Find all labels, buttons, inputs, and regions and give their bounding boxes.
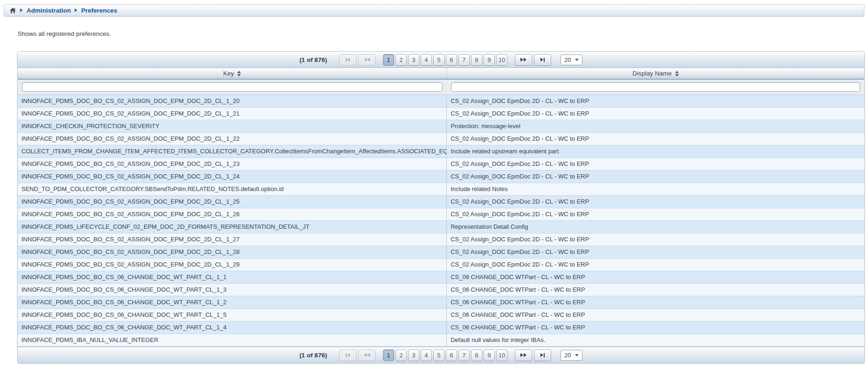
page-button-1[interactable]: 1 <box>383 54 394 66</box>
page-button-10[interactable]: 10 <box>496 349 507 361</box>
page-button-8[interactable]: 8 <box>471 349 482 361</box>
key-cell: INNOFACE_PDMS_DOC_BO_CS_06_CHANGE_DOC_WT… <box>18 309 447 321</box>
table-row[interactable]: INNOFACE_CHECKIN_PROTECTION_SEVERITYProt… <box>18 120 864 133</box>
current-page-report: (1 of 876) <box>300 352 327 359</box>
table-row[interactable]: INNOFACE_PDMS_DOC_BO_CS_02_ASSIGN_DOC_EP… <box>18 158 864 171</box>
next-page-button[interactable] <box>515 349 532 361</box>
seek-end-icon <box>540 353 545 357</box>
seek-prev-icon <box>364 58 370 62</box>
display-name-cell: CS_02 Assign_DOC EpmDoc 2D - CL - WC to … <box>447 259 864 271</box>
page-button-9[interactable]: 9 <box>484 349 495 361</box>
page-button-2[interactable]: 2 <box>396 349 407 361</box>
page-buttons: 12345678910 <box>383 54 507 66</box>
sort-icon[interactable] <box>675 71 679 76</box>
current-page-report: (1 of 876) <box>300 56 327 63</box>
column-header-display-name-label: Display Name <box>633 70 672 77</box>
table-row[interactable]: INNOFACE_PDMS_DOC_BO_CS_06_CHANGE_DOC_WT… <box>18 284 864 296</box>
page-button-5[interactable]: 5 <box>433 349 444 361</box>
sort-icon[interactable] <box>237 71 241 76</box>
next-page-button[interactable] <box>515 54 532 66</box>
display-name-filter-input[interactable] <box>451 82 860 92</box>
table-row[interactable]: SEND_TO_PDM_COLLECTOR_CATEGORY.SBSendToP… <box>18 183 864 196</box>
table-row[interactable]: INNOFACE_PDMS_DOC_BO_CS_06_CHANGE_DOC_WT… <box>18 296 864 309</box>
seek-next-icon <box>520 353 526 357</box>
key-cell: INNOFACE_PDMS_DOC_BO_CS_06_CHANGE_DOC_WT… <box>18 296 447 308</box>
key-cell: INNOFACE_PDMS_DOC_BO_CS_06_CHANGE_DOC_WT… <box>18 284 447 296</box>
rows-per-page-select[interactable]: 20 <box>560 55 582 65</box>
key-cell: INNOFACE_PDMS_DOC_BO_CS_02_ASSIGN_DOC_EP… <box>18 158 447 170</box>
key-cell: INNOFACE_PDMS_DOC_BO_CS_02_ASSIGN_DOC_EP… <box>18 133 447 145</box>
page-buttons: 12345678910 <box>383 349 507 361</box>
display-name-cell: CS_02 Assign_DOC EpmDoc 2D - CL - WC to … <box>447 95 864 107</box>
column-header-key[interactable]: Key <box>18 68 447 79</box>
page-button-8[interactable]: 8 <box>471 54 482 66</box>
page-button-3[interactable]: 3 <box>408 349 419 361</box>
preferences-table-panel: (1 of 876) 12345678910 20 <box>17 51 865 363</box>
page-button-4[interactable]: 4 <box>421 54 432 66</box>
display-name-cell: Include related upstream equivalent part <box>447 145 864 157</box>
table-row[interactable]: INNOFACE_PDMS_DOC_BO_CS_02_ASSIGN_DOC_EP… <box>18 133 864 145</box>
breadcrumb-link-preferences[interactable]: Preferences <box>81 7 117 14</box>
paginator-top: (1 of 876) 12345678910 20 <box>18 52 864 68</box>
key-filter-input[interactable] <box>22 82 443 92</box>
last-page-button[interactable] <box>534 54 551 66</box>
display-name-cell: CS_02 Assign_DOC EpmDoc 2D - CL - WC to … <box>447 108 864 120</box>
key-cell: INNOFACE_PDMS_DOC_BO_CS_02_ASSIGN_DOC_EP… <box>18 108 447 120</box>
home-icon[interactable] <box>9 7 16 14</box>
table-row[interactable]: COLLECT_ITEMS_FROM_CHANGE_ITEM_AFFECTED_… <box>18 145 864 158</box>
display-name-cell: CS_02 Assign_DOC EpmDoc 2D - CL - WC to … <box>447 196 864 208</box>
display-name-cell: CS_06 CHANGE_DOC WTPart - CL - WC to ERP <box>447 296 864 308</box>
key-cell: INNOFACE_PDMS_DOC_BO_CS_02_ASSIGN_DOC_EP… <box>18 95 447 107</box>
paginator-bottom: (1 of 876) 12345678910 20 <box>18 347 864 363</box>
table-row[interactable]: INNOFACE_PDMS_IBA_NULL_VALUE_INTEGERDefa… <box>18 334 864 347</box>
page-button-9[interactable]: 9 <box>484 54 495 66</box>
seek-end-icon <box>540 58 545 62</box>
page-button-10[interactable]: 10 <box>496 54 507 66</box>
table-row[interactable]: INNOFACE_PDMS_DOC_BO_CS_02_ASSIGN_DOC_EP… <box>18 171 864 183</box>
table-row[interactable]: INNOFACE_PDMS_DOC_BO_CS_02_ASSIGN_DOC_EP… <box>18 246 864 259</box>
display-name-cell: CS_02 Assign_DOC EpmDoc 2D - CL - WC to … <box>447 133 864 145</box>
key-cell: INNOFACE_PDMS_DOC_BO_CS_02_ASSIGN_DOC_EP… <box>18 208 447 220</box>
table-row[interactable]: INNOFACE_PDMS_DOC_BO_CS_02_ASSIGN_DOC_EP… <box>18 95 864 108</box>
page-button-1[interactable]: 1 <box>383 349 394 361</box>
column-header-display-name[interactable]: Display Name <box>447 68 864 79</box>
page-button-7[interactable]: 7 <box>458 54 470 66</box>
key-cell: COLLECT_ITEMS_FROM_CHANGE_ITEM_AFFECTED_… <box>18 145 447 157</box>
table-row[interactable]: INNOFACE_PDMS_DOC_BO_CS_06_CHANGE_DOC_WT… <box>18 321 864 334</box>
key-cell: INNOFACE_PDMS_DOC_BO_CS_02_ASSIGN_DOC_EP… <box>18 171 447 183</box>
first-page-button[interactable] <box>339 349 356 361</box>
rows-per-page-select[interactable]: 20 <box>560 350 582 361</box>
table-row[interactable]: INNOFACE_PDMS_LIFECYCLE_CONF_02_EPM_DOC_… <box>18 221 864 233</box>
table-row[interactable]: INNOFACE_PDMS_DOC_BO_CS_06_CHANGE_DOC_WT… <box>18 271 864 284</box>
page-button-3[interactable]: 3 <box>408 54 419 66</box>
breadcrumb-separator-icon <box>75 8 77 12</box>
page-description: Shows all registered preferences. <box>18 30 868 37</box>
last-page-button[interactable] <box>534 349 551 361</box>
breadcrumb-link-administration[interactable]: Administration <box>27 7 71 14</box>
previous-page-button[interactable] <box>358 54 376 66</box>
key-cell: INNOFACE_PDMS_DOC_BO_CS_06_CHANGE_DOC_WT… <box>18 321 447 334</box>
display-name-cell: Include related Notes <box>447 183 864 195</box>
table-row[interactable]: INNOFACE_PDMS_DOC_BO_CS_02_ASSIGN_DOC_EP… <box>18 259 864 271</box>
table-row[interactable]: INNOFACE_PDMS_DOC_BO_CS_02_ASSIGN_DOC_EP… <box>18 108 864 120</box>
display-name-cell: CS_02 Assign_DOC EpmDoc 2D - CL - WC to … <box>447 208 864 220</box>
page-button-2[interactable]: 2 <box>396 54 407 66</box>
first-page-button[interactable] <box>339 54 356 66</box>
display-name-cell: Protection: message-level <box>447 120 864 132</box>
display-name-filter-cell <box>447 82 864 92</box>
previous-page-button[interactable] <box>358 349 376 361</box>
page-button-7[interactable]: 7 <box>458 349 470 361</box>
rows-per-page-value: 20 <box>564 56 571 63</box>
page-button-6[interactable]: 6 <box>446 54 457 66</box>
table-row[interactable]: INNOFACE_PDMS_DOC_BO_CS_06_CHANGE_DOC_WT… <box>18 309 864 321</box>
table-row[interactable]: INNOFACE_PDMS_DOC_BO_CS_02_ASSIGN_DOC_EP… <box>18 208 864 221</box>
display-name-cell: CS_02 Assign_DOC EpmDoc 2D - CL - WC to … <box>447 233 864 246</box>
key-cell: INNOFACE_PDMS_DOC_BO_CS_02_ASSIGN_DOC_EP… <box>18 196 447 208</box>
page-button-4[interactable]: 4 <box>421 349 432 361</box>
page-button-6[interactable]: 6 <box>446 349 457 361</box>
key-cell: INNOFACE_PDMS_DOC_BO_CS_02_ASSIGN_DOC_EP… <box>18 259 447 271</box>
page-button-5[interactable]: 5 <box>433 54 444 66</box>
table-row[interactable]: INNOFACE_PDMS_DOC_BO_CS_02_ASSIGN_DOC_EP… <box>18 233 864 246</box>
chevron-down-icon <box>575 59 579 61</box>
table-row[interactable]: INNOFACE_PDMS_DOC_BO_CS_02_ASSIGN_DOC_EP… <box>18 196 864 208</box>
